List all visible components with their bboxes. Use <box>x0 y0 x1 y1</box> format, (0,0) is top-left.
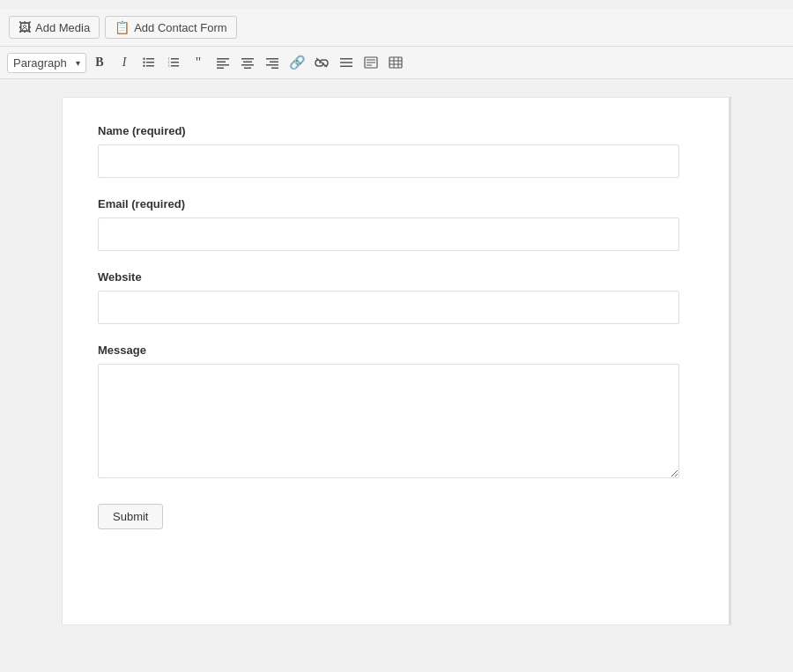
message-label: Message <box>98 343 679 357</box>
svg-rect-0 <box>146 58 154 60</box>
svg-point-3 <box>143 58 145 60</box>
svg-rect-30 <box>367 62 375 63</box>
editor-content: Name (required) Email (required) Website… <box>0 79 793 652</box>
svg-rect-25 <box>340 58 352 60</box>
svg-rect-22 <box>266 64 278 66</box>
svg-rect-27 <box>340 66 352 68</box>
email-label: Email (required) <box>98 197 679 210</box>
add-contact-form-label: Add Contact Form <box>134 21 227 34</box>
email-input[interactable] <box>98 218 679 251</box>
svg-rect-13 <box>217 62 226 63</box>
toolbar-row2: Paragraph ▾ B I 123 " 🔗 <box>0 47 793 79</box>
svg-rect-7 <box>171 62 179 63</box>
svg-rect-15 <box>217 68 224 70</box>
svg-text:3: 3 <box>168 63 170 68</box>
paragraph-select[interactable]: Paragraph ▾ <box>7 53 86 73</box>
align-left-button[interactable] <box>211 51 234 74</box>
svg-rect-19 <box>244 68 251 70</box>
website-form-group: Website <box>98 270 679 324</box>
svg-rect-21 <box>270 62 278 63</box>
svg-rect-23 <box>271 68 278 70</box>
svg-point-5 <box>143 65 145 67</box>
link-button[interactable]: 🔗 <box>285 51 308 74</box>
bold-button[interactable]: B <box>88 51 111 74</box>
paragraph-label: Paragraph <box>13 56 67 70</box>
name-form-group: Name (required) <box>98 124 679 178</box>
submit-group: Submit <box>98 500 679 529</box>
message-form-group: Message <box>98 343 679 481</box>
contact-form: Name (required) Email (required) Website… <box>98 124 679 529</box>
message-textarea[interactable] <box>98 364 679 478</box>
svg-rect-18 <box>241 64 254 66</box>
svg-rect-20 <box>266 58 278 60</box>
svg-rect-16 <box>241 58 254 60</box>
svg-rect-14 <box>217 64 229 66</box>
svg-rect-32 <box>389 57 402 68</box>
svg-rect-26 <box>340 62 352 63</box>
editor-inner: Name (required) Email (required) Website… <box>62 97 731 625</box>
toolbar-row1: 🖼 Add Media 📋 Add Contact Form <box>0 9 793 47</box>
svg-rect-8 <box>171 65 179 67</box>
blockquote-button[interactable]: " <box>187 51 210 74</box>
add-contact-form-icon: 📋 <box>115 20 130 34</box>
add-contact-form-button[interactable]: 📋 Add Contact Form <box>105 16 237 39</box>
svg-rect-17 <box>243 62 252 63</box>
svg-rect-2 <box>146 65 154 67</box>
dropdown-arrow-icon: ▾ <box>76 58 80 68</box>
svg-rect-12 <box>217 58 229 60</box>
italic-button[interactable]: I <box>113 51 136 74</box>
svg-rect-31 <box>367 64 372 66</box>
align-center-button[interactable] <box>236 51 259 74</box>
svg-rect-6 <box>171 58 179 60</box>
editor-wrapper: 🖼 Add Media 📋 Add Contact Form Paragraph… <box>0 0 793 652</box>
add-media-label: Add Media <box>35 21 90 34</box>
email-form-group: Email (required) <box>98 197 679 251</box>
insert-button[interactable] <box>359 51 382 74</box>
add-media-button[interactable]: 🖼 Add Media <box>9 16 100 39</box>
horizontal-rule-button[interactable] <box>335 51 358 74</box>
table-button[interactable] <box>384 51 407 74</box>
svg-rect-29 <box>367 59 375 61</box>
submit-button[interactable]: Submit <box>98 504 163 529</box>
svg-rect-1 <box>146 62 154 63</box>
name-label: Name (required) <box>98 124 679 137</box>
unordered-list-button[interactable] <box>137 51 160 74</box>
svg-point-4 <box>143 62 145 63</box>
website-label: Website <box>98 270 679 284</box>
add-media-icon: 🖼 <box>19 20 31 34</box>
unlink-button[interactable] <box>310 51 333 74</box>
name-input[interactable] <box>98 144 679 178</box>
website-input[interactable] <box>98 291 679 324</box>
ordered-list-button[interactable]: 123 <box>162 51 185 74</box>
align-right-button[interactable] <box>261 51 284 74</box>
